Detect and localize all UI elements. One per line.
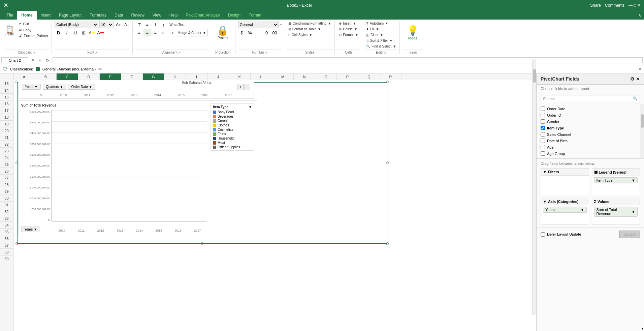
col-header-f[interactable]: F <box>121 73 143 80</box>
row-37[interactable]: 37 <box>0 242 13 249</box>
tab-format[interactable]: Format <box>245 11 265 20</box>
legend-dropdown-icon[interactable]: ▼ <box>249 105 252 109</box>
autosum-button[interactable]: ∑ AutoSum ▼ <box>365 21 397 26</box>
field-sales-channel-checkbox[interactable] <box>541 132 545 137</box>
row-26[interactable]: 26 <box>0 168 13 175</box>
comma-button[interactable]: , <box>254 29 262 36</box>
row-28[interactable]: 28 <box>0 181 13 188</box>
field-age-group-checkbox[interactable] <box>541 151 545 156</box>
decrease-decimal-button[interactable]: .0 <box>262 29 270 36</box>
tab-design[interactable]: Design <box>224 11 245 20</box>
row-32[interactable]: 32 <box>0 208 13 215</box>
pivot-close-icon[interactable]: ✕ <box>636 76 640 82</box>
tab-home[interactable]: Home <box>17 11 36 20</box>
handle-bottom[interactable] <box>201 242 203 245</box>
row-13[interactable]: 13 <box>0 80 13 87</box>
share-button[interactable]: Share <box>590 3 601 8</box>
name-box[interactable] <box>1 57 28 63</box>
ideas-button[interactable]: 💡 Ideas <box>402 21 423 44</box>
handle-bottom-left[interactable] <box>15 242 18 245</box>
col-header-o[interactable]: O <box>315 73 337 80</box>
decrease-indent-button[interactable]: ⇤ <box>160 29 167 36</box>
pivot-settings-icon[interactable]: ⚙ <box>630 76 635 82</box>
classification-close-button[interactable]: ✕ <box>638 67 641 71</box>
row-21[interactable]: 21 <box>0 134 13 141</box>
row-23[interactable]: 23 <box>0 148 13 154</box>
tab-page-layout[interactable]: Page Layout <box>55 11 86 20</box>
years-filter-button[interactable]: Years ▼ <box>22 84 41 90</box>
confirm-formula-button[interactable]: ✓ <box>37 57 44 64</box>
col-header-c[interactable]: C <box>57 73 78 80</box>
ribbon-collapse[interactable]: ∧ <box>636 11 644 20</box>
field-date-of-birth-checkbox[interactable] <box>541 139 545 143</box>
chart-expand-button[interactable]: + <box>237 84 244 90</box>
tab-data[interactable]: Data <box>110 11 127 20</box>
font-family-select[interactable]: Calibri (Body) <box>55 21 98 28</box>
field-order-id-checkbox[interactable] <box>541 113 545 117</box>
align-left-button[interactable]: ≡ <box>135 29 143 36</box>
align-center-button[interactable]: ≡ <box>143 29 151 36</box>
col-header-i[interactable]: I <box>186 73 207 80</box>
defer-update-checkbox[interactable] <box>541 232 545 237</box>
row-33[interactable]: 33 <box>0 215 13 222</box>
align-middle-button[interactable]: ≡ <box>143 21 151 28</box>
col-header-g[interactable]: G <box>143 73 164 80</box>
row-15[interactable]: 15 <box>0 94 13 100</box>
tab-pivotchart-analyze[interactable]: PivotChart Analyze <box>182 11 224 20</box>
fill-color-button[interactable]: A <box>88 29 96 36</box>
number-format-select[interactable]: General <box>238 21 279 28</box>
row-22[interactable]: 22 <box>0 141 13 148</box>
row-30[interactable]: 30 <box>0 195 13 202</box>
tab-review[interactable]: Review <box>127 11 148 20</box>
col-header-e[interactable]: E <box>100 73 121 80</box>
row-29[interactable]: 29 <box>0 188 13 195</box>
tab-insert[interactable]: Insert <box>37 11 55 20</box>
years-bottom-button[interactable]: Years ▼ <box>21 227 40 232</box>
sum-revenue-arrow[interactable]: ▼ <box>632 210 635 214</box>
decrease-font-icon[interactable]: A↓ <box>123 21 130 28</box>
tab-view[interactable]: View <box>149 11 165 20</box>
font-size-select[interactable]: 10 <box>99 21 114 28</box>
format-as-table-button[interactable]: ⊞ Format as Table ▼ <box>287 27 333 32</box>
row-39[interactable]: 39 <box>0 255 13 262</box>
percent-button[interactable]: % <box>246 29 254 36</box>
row-27[interactable]: 27 <box>0 175 13 181</box>
text-direction-button[interactable]: ↕ <box>160 21 167 28</box>
cell-styles-button[interactable]: □ Cell Styles ▼ <box>287 32 333 37</box>
col-header-r[interactable]: R <box>380 73 401 80</box>
col-header-h[interactable]: H <box>164 73 186 80</box>
increase-indent-button[interactable]: ⇥ <box>168 29 175 36</box>
col-header-b[interactable]: B <box>35 73 57 80</box>
protect-button[interactable]: 🔒 Protect <box>213 21 233 44</box>
field-gender-checkbox[interactable] <box>541 119 545 124</box>
copy-button[interactable]: ⧉ Copy <box>18 27 50 33</box>
border-button[interactable]: ⊞ <box>80 29 87 36</box>
handle-top-right[interactable] <box>386 81 389 83</box>
handle-left[interactable] <box>15 161 18 164</box>
row-25[interactable]: 25 <box>0 161 13 168</box>
formula-input[interactable] <box>53 57 643 63</box>
handle-bottom-right[interactable] <box>386 242 389 245</box>
classification-edit-icon[interactable]: ✏ <box>98 66 102 72</box>
years-chart-button[interactable]: Years ▼ <box>21 227 40 232</box>
format-painter-button[interactable]: 🖌 Format Painter <box>18 33 50 38</box>
field-age-checkbox[interactable] <box>541 145 545 149</box>
update-button[interactable]: Update <box>619 231 640 238</box>
row-24[interactable]: 24 <box>0 154 13 161</box>
underline-button[interactable]: U <box>71 29 79 36</box>
handle-top-left[interactable] <box>15 81 18 83</box>
align-right-button[interactable]: ≡ <box>152 29 159 36</box>
row-38[interactable]: 38 <box>0 249 13 255</box>
legend-item-type-tag[interactable]: Item Type ▼ <box>594 177 638 183</box>
years-dropdown-arrow[interactable]: ▼ <box>581 208 584 212</box>
col-header-l[interactable]: L <box>251 73 272 80</box>
align-top-button[interactable]: ⊤ <box>135 21 143 28</box>
chart-collapse-button[interactable]: − <box>244 84 250 90</box>
currency-button[interactable]: $ <box>238 29 246 36</box>
field-item-type-checkbox[interactable] <box>541 126 545 130</box>
col-header-m[interactable]: M <box>272 73 294 80</box>
clear-button[interactable]: ◫ Clear ▼ <box>365 32 397 37</box>
find-select-button[interactable]: 🔍 Find & Select ▼ <box>365 44 397 49</box>
increase-font-icon[interactable]: A↑ <box>115 21 122 28</box>
row-31[interactable]: 31 <box>0 202 13 208</box>
